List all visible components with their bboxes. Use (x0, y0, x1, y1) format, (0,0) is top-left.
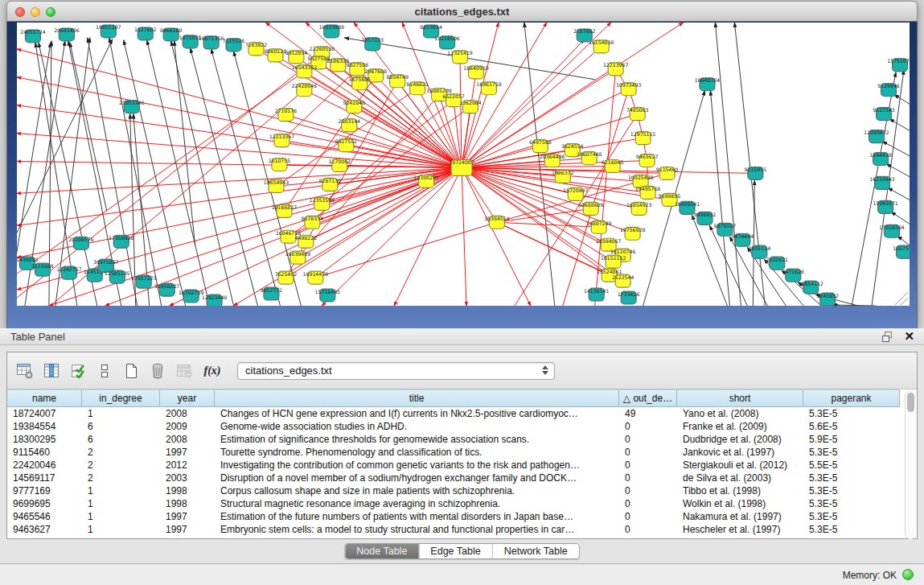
table-header-row[interactable]: namein_degreeyeartitle△ out_de…shortpage… (7, 389, 906, 407)
graph-node[interactable]: 2803144 (338, 118, 360, 131)
select-all-icon[interactable] (68, 361, 88, 381)
tab-node-table[interactable]: Node Table (345, 544, 418, 558)
graph-node[interactable]: 12213367 (269, 134, 295, 146)
graph-node[interactable]: 7986372 (552, 170, 574, 183)
table-row[interactable]: 1872400712008Changes of HCN gene express… (7, 407, 906, 420)
graph-node[interactable]: 1115689 (31, 263, 54, 276)
graph-node[interactable]: 7857223 (361, 37, 384, 50)
delete-table-icon[interactable] (148, 361, 167, 381)
graph-node[interactable]: 17359928 (109, 235, 134, 248)
graph-node[interactable]: 16033809 (319, 24, 345, 37)
graph-node[interactable]: 16648784 (695, 77, 721, 90)
window-titlebar[interactable]: citations_edges.txt (6, 1, 918, 22)
graph-node[interactable]: 15992071 (873, 200, 898, 213)
graph-node[interactable]: 9129946 (877, 83, 900, 96)
graph-node[interactable]: 1810755 (269, 158, 291, 171)
graph-node[interactable]: 16961758 (476, 81, 502, 94)
memory-ok-indicator-icon[interactable] (902, 569, 914, 580)
column-header-title[interactable]: title (215, 389, 619, 407)
graph-node[interactable]: 7625402 (275, 271, 298, 284)
graph-node[interactable]: 9215955 (745, 167, 767, 179)
column-header-out_degree[interactable]: △ out_de… (619, 389, 677, 407)
graph-node[interactable]: 16154838 (589, 39, 614, 52)
table-row[interactable]: 911546021997Tourette syndrome. Phenomeno… (7, 446, 906, 459)
table-row[interactable]: 2242004622012Investigating the contribut… (7, 459, 906, 472)
row-height-icon[interactable] (95, 361, 114, 381)
graph-node[interactable]: 1167533 (893, 245, 910, 258)
graph-node[interactable]: 9463627 (636, 154, 659, 167)
graph-node[interactable]: 7515526 (223, 38, 245, 51)
column-header-name[interactable]: name (7, 389, 82, 407)
table-row[interactable]: 969969511998Structural magnetic resonanc… (7, 497, 906, 510)
graph-node[interactable]: 9115460 (656, 167, 679, 179)
graph-node[interactable]: 8678334 (302, 216, 324, 229)
table-scrollbar-thumb[interactable] (907, 393, 914, 412)
graph-node[interactable]: 16914479 (303, 271, 329, 284)
function-builder-icon[interactable]: f(x) (201, 365, 224, 377)
column-header-pagerank[interactable]: pagerank (803, 389, 900, 407)
graph-node[interactable]: 16854923 (626, 202, 652, 215)
graph-node[interactable]: 3675685 (348, 76, 371, 89)
float-panel-icon[interactable] (882, 332, 894, 342)
graph-node[interactable]: 10655287 (96, 24, 121, 37)
graph-node[interactable]: 19495768 (635, 186, 661, 199)
graph-node[interactable]: 12975115 (630, 131, 656, 144)
new-table-icon[interactable] (121, 361, 141, 381)
graph-node[interactable]: 1733426 (618, 291, 640, 304)
table-settings-icon[interactable] (15, 361, 35, 381)
graph-node[interactable]: 12505135 (105, 270, 130, 283)
graph-node[interactable]: 15716485 (315, 289, 341, 302)
graph-node[interactable]: 19218506 (434, 35, 460, 48)
graph-node[interactable]: 12923448 (202, 295, 228, 306)
graph-node[interactable]: 8267130 (319, 178, 342, 191)
graph-node[interactable]: 12213967 (603, 62, 629, 75)
graph-node[interactable]: 9857771 (261, 287, 283, 300)
table-scrollbar[interactable] (905, 390, 916, 539)
graph-node[interactable]: 19166827 (272, 204, 298, 217)
graph-node[interactable]: 16039489 (285, 251, 311, 264)
graph-node[interactable]: 9245652 (816, 293, 839, 306)
column-header-short[interactable]: short (677, 389, 803, 407)
column-header-year[interactable]: year (160, 389, 215, 407)
graph-node[interactable]: 15751074 (887, 58, 910, 71)
table-row[interactable]: 977716911998Corpus callosum shape and si… (7, 484, 906, 497)
graph-node[interactable]: 16543382 (292, 64, 318, 77)
graph-node[interactable]: 9146821 (406, 81, 429, 94)
table-row[interactable]: 1938455462009Genome-wide association stu… (7, 420, 906, 433)
show-columns-icon[interactable] (42, 361, 61, 381)
graph-node[interactable]: 10688609 (578, 202, 604, 215)
graph-node[interactable]: 9242848 (343, 100, 365, 113)
graph-node[interactable]: 16210643 (869, 176, 895, 189)
table-selector-dropdown[interactable]: citations_edges.txt (237, 362, 555, 380)
graph-node[interactable]: 9227343 (873, 107, 895, 120)
graph-node[interactable]: 24055724 (20, 29, 46, 42)
close-panel-icon[interactable]: ✕ (904, 330, 914, 343)
graph-node[interactable]: 18300295 (413, 175, 439, 187)
graph-node-hub[interactable]: 18724007 (449, 159, 474, 175)
graph-node[interactable]: 2718176 (275, 108, 298, 121)
network-canvas[interactable]: 7163822886012889129342226053898275051654… (17, 23, 910, 306)
table-row[interactable]: 946362711997Embryonic stem cells: a mode… (7, 523, 906, 536)
graph-node[interactable]: 6497568 (529, 139, 552, 152)
graph-node[interactable]: 4498222 (295, 235, 318, 248)
graph-node[interactable]: 15720407 (563, 187, 589, 200)
graph-node[interactable]: 20691406 (54, 27, 80, 40)
tab-edge-table[interactable]: Edge Table (418, 544, 491, 558)
table-row[interactable]: 1830029562008Estimation of significance … (7, 433, 906, 446)
column-header-in_degree[interactable]: in_degree (82, 389, 160, 407)
graph-node[interactable]: 8860128 (265, 48, 287, 61)
graph-node[interactable]: 7485063 (626, 107, 649, 120)
graph-node[interactable]: 1527602 (134, 27, 157, 39)
graph-node[interactable]: 2522544 (612, 274, 634, 287)
graph-node[interactable]: 8854749 (386, 74, 409, 87)
graph-node[interactable]: 2187682 (573, 28, 596, 41)
graph-node[interactable]: 8427552 (335, 138, 358, 151)
graph-node[interactable]: 1244419 (869, 152, 892, 165)
table-row[interactable]: 946554611997Estimation of the future num… (7, 510, 906, 523)
graph-node[interactable]: 17016504 (879, 225, 905, 237)
tab-network-table[interactable]: Network Table (492, 544, 579, 558)
graph-node[interactable]: 6216045 (602, 159, 624, 172)
graph-node[interactable]: 12093872 (864, 130, 889, 142)
graph-node[interactable]: 19756928 (620, 227, 646, 240)
graph-node[interactable]: 8912934 (285, 50, 308, 63)
